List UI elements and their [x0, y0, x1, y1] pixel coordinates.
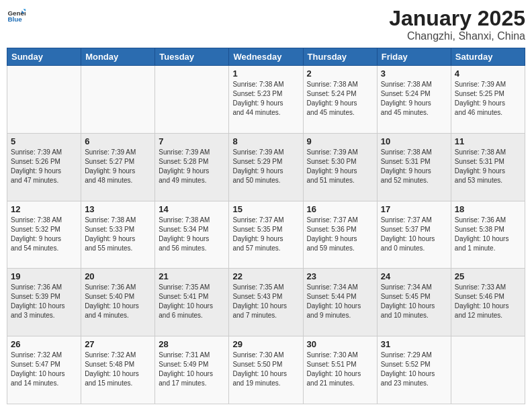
calendar-cell: 30Sunrise: 7:30 AM Sunset: 5:51 PM Dayli… — [303, 336, 377, 404]
day-number: 5 — [11, 136, 77, 146]
day-info: Sunrise: 7:38 AM Sunset: 5:24 PM Dayligh… — [307, 80, 373, 118]
day-number: 9 — [307, 136, 373, 146]
day-number: 8 — [232, 136, 299, 146]
day-info: Sunrise: 7:38 AM Sunset: 5:24 PM Dayligh… — [381, 80, 447, 118]
day-info: Sunrise: 7:37 AM Sunset: 5:36 PM Dayligh… — [307, 216, 373, 253]
day-number: 12 — [11, 204, 77, 214]
svg-text:Blue: Blue — [7, 15, 22, 23]
calendar-week-row: 26Sunrise: 7:32 AM Sunset: 5:47 PM Dayli… — [7, 336, 525, 404]
day-info: Sunrise: 7:39 AM Sunset: 5:27 PM Dayligh… — [85, 148, 151, 185]
day-info: Sunrise: 7:39 AM Sunset: 5:26 PM Dayligh… — [11, 148, 77, 185]
day-number: 23 — [307, 271, 373, 281]
page: General Blue January 2025 Changzhi, Shan… — [0, 0, 532, 411]
header-friday: Friday — [377, 48, 451, 66]
day-number: 7 — [159, 136, 225, 146]
day-info: Sunrise: 7:35 AM Sunset: 5:43 PM Dayligh… — [232, 283, 299, 320]
calendar-cell: 2Sunrise: 7:38 AM Sunset: 5:24 PM Daylig… — [303, 66, 377, 134]
day-number: 10 — [381, 136, 447, 146]
day-number: 15 — [232, 204, 299, 214]
day-info: Sunrise: 7:39 AM Sunset: 5:25 PM Dayligh… — [455, 80, 521, 118]
day-info: Sunrise: 7:32 AM Sunset: 5:47 PM Dayligh… — [11, 351, 77, 388]
calendar-cell: 27Sunrise: 7:32 AM Sunset: 5:48 PM Dayli… — [81, 336, 155, 404]
calendar-cell: 17Sunrise: 7:37 AM Sunset: 5:37 PM Dayli… — [377, 201, 451, 269]
calendar-cell: 23Sunrise: 7:34 AM Sunset: 5:44 PM Dayli… — [303, 269, 377, 336]
header-saturday: Saturday — [451, 48, 525, 66]
day-info: Sunrise: 7:36 AM Sunset: 5:39 PM Dayligh… — [11, 283, 77, 320]
day-number: 21 — [159, 271, 225, 281]
day-info: Sunrise: 7:38 AM Sunset: 5:34 PM Dayligh… — [159, 216, 225, 253]
calendar-cell — [81, 66, 155, 134]
day-number: 13 — [85, 204, 151, 214]
day-number: 14 — [159, 204, 225, 214]
day-info: Sunrise: 7:38 AM Sunset: 5:33 PM Dayligh… — [85, 216, 151, 253]
day-info: Sunrise: 7:35 AM Sunset: 5:41 PM Dayligh… — [159, 283, 225, 320]
calendar-title: January 2025 — [389, 7, 525, 30]
calendar-cell: 18Sunrise: 7:36 AM Sunset: 5:38 PM Dayli… — [451, 201, 525, 269]
calendar-cell: 12Sunrise: 7:38 AM Sunset: 5:32 PM Dayli… — [7, 201, 81, 269]
title-block: January 2025 Changzhi, Shanxi, China — [389, 7, 525, 42]
calendar-cell: 7Sunrise: 7:39 AM Sunset: 5:28 PM Daylig… — [155, 133, 229, 201]
day-info: Sunrise: 7:34 AM Sunset: 5:45 PM Dayligh… — [381, 283, 447, 320]
calendar-cell — [7, 66, 81, 134]
calendar-cell: 10Sunrise: 7:38 AM Sunset: 5:31 PM Dayli… — [377, 133, 451, 201]
calendar-cell: 15Sunrise: 7:37 AM Sunset: 5:35 PM Dayli… — [229, 201, 303, 269]
calendar-week-row: 12Sunrise: 7:38 AM Sunset: 5:32 PM Dayli… — [7, 201, 525, 269]
calendar-cell: 5Sunrise: 7:39 AM Sunset: 5:26 PM Daylig… — [7, 133, 81, 201]
calendar-cell: 21Sunrise: 7:35 AM Sunset: 5:41 PM Dayli… — [155, 269, 229, 336]
day-number: 17 — [381, 204, 447, 214]
day-number: 30 — [307, 339, 373, 349]
day-number: 29 — [232, 339, 299, 349]
calendar-cell — [155, 66, 229, 134]
calendar-cell: 24Sunrise: 7:34 AM Sunset: 5:45 PM Dayli… — [377, 269, 451, 336]
day-info: Sunrise: 7:37 AM Sunset: 5:35 PM Dayligh… — [232, 216, 299, 253]
calendar-cell: 8Sunrise: 7:39 AM Sunset: 5:29 PM Daylig… — [229, 133, 303, 201]
day-number: 2 — [307, 68, 373, 79]
day-info: Sunrise: 7:39 AM Sunset: 5:30 PM Dayligh… — [307, 148, 373, 185]
day-info: Sunrise: 7:38 AM Sunset: 5:31 PM Dayligh… — [381, 148, 447, 185]
calendar-table: Sunday Monday Tuesday Wednesday Thursday… — [7, 48, 525, 404]
day-number: 11 — [455, 136, 521, 146]
header: General Blue January 2025 Changzhi, Shan… — [7, 7, 525, 42]
calendar-cell: 1Sunrise: 7:38 AM Sunset: 5:23 PM Daylig… — [229, 66, 303, 134]
day-number: 31 — [381, 339, 447, 349]
calendar-week-row: 1Sunrise: 7:38 AM Sunset: 5:23 PM Daylig… — [7, 66, 525, 134]
day-number: 20 — [85, 271, 151, 281]
calendar-cell: 13Sunrise: 7:38 AM Sunset: 5:33 PM Dayli… — [81, 201, 155, 269]
weekday-header-row: Sunday Monday Tuesday Wednesday Thursday… — [7, 48, 525, 66]
calendar-cell: 31Sunrise: 7:29 AM Sunset: 5:52 PM Dayli… — [377, 336, 451, 404]
day-info: Sunrise: 7:36 AM Sunset: 5:40 PM Dayligh… — [85, 283, 151, 320]
calendar-cell — [451, 336, 525, 404]
day-number: 6 — [85, 136, 151, 146]
day-info: Sunrise: 7:36 AM Sunset: 5:38 PM Dayligh… — [455, 216, 521, 253]
calendar-cell: 9Sunrise: 7:39 AM Sunset: 5:30 PM Daylig… — [303, 133, 377, 201]
day-number: 3 — [381, 68, 447, 79]
calendar-cell: 22Sunrise: 7:35 AM Sunset: 5:43 PM Dayli… — [229, 269, 303, 336]
day-number: 16 — [307, 204, 373, 214]
calendar-cell: 25Sunrise: 7:33 AM Sunset: 5:46 PM Dayli… — [451, 269, 525, 336]
day-info: Sunrise: 7:34 AM Sunset: 5:44 PM Dayligh… — [307, 283, 373, 320]
day-info: Sunrise: 7:37 AM Sunset: 5:37 PM Dayligh… — [381, 216, 447, 253]
calendar-cell: 11Sunrise: 7:38 AM Sunset: 5:31 PM Dayli… — [451, 133, 525, 201]
day-info: Sunrise: 7:39 AM Sunset: 5:29 PM Dayligh… — [232, 148, 299, 185]
day-number: 28 — [159, 339, 225, 349]
day-number: 25 — [455, 271, 521, 281]
day-number: 27 — [85, 339, 151, 349]
day-info: Sunrise: 7:38 AM Sunset: 5:31 PM Dayligh… — [455, 148, 521, 185]
day-number: 26 — [11, 339, 77, 349]
calendar-cell: 4Sunrise: 7:39 AM Sunset: 5:25 PM Daylig… — [451, 66, 525, 134]
day-number: 22 — [232, 271, 299, 281]
calendar-cell: 19Sunrise: 7:36 AM Sunset: 5:39 PM Dayli… — [7, 269, 81, 336]
day-info: Sunrise: 7:30 AM Sunset: 5:51 PM Dayligh… — [307, 351, 373, 388]
header-thursday: Thursday — [303, 48, 377, 66]
day-info: Sunrise: 7:33 AM Sunset: 5:46 PM Dayligh… — [455, 283, 521, 320]
day-number: 19 — [11, 271, 77, 281]
calendar-cell: 16Sunrise: 7:37 AM Sunset: 5:36 PM Dayli… — [303, 201, 377, 269]
day-info: Sunrise: 7:32 AM Sunset: 5:48 PM Dayligh… — [85, 351, 151, 388]
day-info: Sunrise: 7:38 AM Sunset: 5:32 PM Dayligh… — [11, 216, 77, 253]
header-tuesday: Tuesday — [155, 48, 229, 66]
calendar-cell: 14Sunrise: 7:38 AM Sunset: 5:34 PM Dayli… — [155, 201, 229, 269]
calendar-cell: 20Sunrise: 7:36 AM Sunset: 5:40 PM Dayli… — [81, 269, 155, 336]
header-sunday: Sunday — [7, 48, 81, 66]
calendar-cell: 26Sunrise: 7:32 AM Sunset: 5:47 PM Dayli… — [7, 336, 81, 404]
day-info: Sunrise: 7:39 AM Sunset: 5:28 PM Dayligh… — [159, 148, 225, 185]
